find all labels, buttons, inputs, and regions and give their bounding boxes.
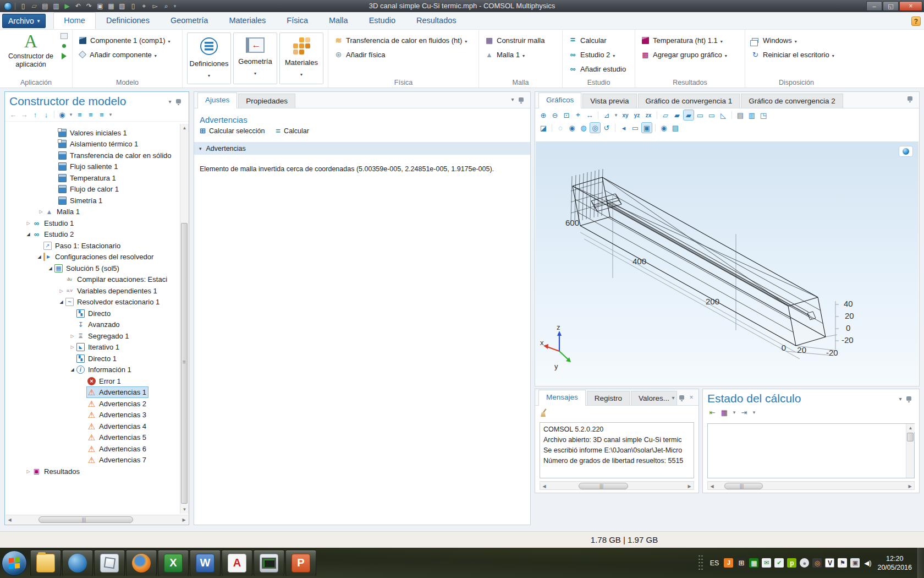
separator[interactable] bbox=[54, 111, 54, 118]
scrollbar-thumb[interactable] bbox=[724, 483, 763, 489]
update-solution-icon[interactable]: ⇤ bbox=[707, 407, 717, 417]
tree-item[interactable]: Configuraciones del resolvedor bbox=[6, 252, 179, 263]
thunderbird-icon[interactable] bbox=[62, 550, 93, 576]
anadir-estudio-button[interactable]: ∞ Añadir estudio bbox=[568, 62, 629, 76]
delete-icon[interactable]: ▯ bbox=[128, 1, 138, 11]
hide-objects-icon[interactable]: ◍ bbox=[579, 123, 588, 133]
save-icon[interactable]: ▤ bbox=[40, 1, 50, 11]
geometria-button[interactable]: Geometría bbox=[233, 32, 277, 84]
java-icon[interactable]: J bbox=[724, 558, 733, 568]
show-options-icon[interactable]: ◉ bbox=[57, 110, 67, 119]
construir-malla-button[interactable]: ▦ Construir malla bbox=[485, 33, 557, 47]
separator[interactable] bbox=[598, 111, 598, 119]
sound-icon[interactable]: ◂ bbox=[619, 123, 629, 133]
messages-tab[interactable]: Registro bbox=[587, 391, 630, 405]
scroll-left-icon[interactable]: ◀ bbox=[708, 482, 716, 490]
tree-item[interactable]: Variables dependientes 1 bbox=[6, 285, 179, 297]
zoom-box-icon[interactable]: ⊡ bbox=[562, 110, 571, 120]
messages-log[interactable]: COMSOL 5.2.0.220Archivo abierto: 3D cana… bbox=[540, 422, 694, 478]
perspective-off-icon[interactable]: ◺ bbox=[718, 110, 728, 120]
zoom-extents-icon[interactable]: ⌖ bbox=[573, 110, 583, 120]
p-app-icon[interactable]: p bbox=[787, 558, 796, 568]
tree-item[interactable]: Directo bbox=[6, 308, 179, 319]
reset-hiding-icon[interactable]: ↺ bbox=[602, 123, 612, 133]
tree-item[interactable]: Resultados bbox=[6, 466, 179, 477]
expand-arrow-icon[interactable] bbox=[58, 299, 65, 304]
clip-view-icon[interactable]: ◎ bbox=[590, 123, 600, 133]
windows-update-icon[interactable]: ⊞ bbox=[736, 558, 746, 568]
flag-problem-icon[interactable]: ⚑ bbox=[838, 558, 847, 568]
graphics-tab[interactable]: Vista previa bbox=[582, 94, 636, 108]
reiniciar-escritorio-button[interactable]: ↻ Reiniciar el escritorio bbox=[751, 47, 842, 62]
tree-vertical-scrollbar[interactable]: ▲ ▼ bbox=[180, 124, 188, 514]
view-wide-2-icon[interactable]: ▭ bbox=[707, 110, 717, 120]
windows-button[interactable]: Windows bbox=[751, 33, 842, 47]
ribbon-tab[interactable]: Malla bbox=[318, 12, 359, 29]
comsol-logo-button[interactable] bbox=[899, 146, 913, 157]
expand-arrow-icon[interactable] bbox=[69, 345, 76, 350]
copy-icon[interactable]: ▣ bbox=[95, 1, 105, 11]
duplicate-icon[interactable]: ▧ bbox=[117, 1, 127, 11]
powerpoint-icon[interactable]: P bbox=[285, 550, 316, 576]
forward-icon[interactable]: → bbox=[19, 110, 29, 119]
tree-item[interactable]: Flujo saliente 1 bbox=[6, 161, 179, 173]
tree-item[interactable]: Información 1 bbox=[6, 364, 179, 376]
materiales-button[interactable]: Materiales bbox=[279, 32, 323, 84]
selection-brush-icon[interactable]: ◪ bbox=[538, 123, 548, 133]
redo-icon[interactable]: ↷ bbox=[84, 1, 94, 11]
advertencias-section-header[interactable]: Advertencias bbox=[194, 142, 530, 155]
new-file-icon[interactable]: ▯ bbox=[18, 1, 28, 11]
scrollbar-thumb[interactable] bbox=[579, 483, 628, 489]
probe-icon[interactable]: ⇥ bbox=[739, 407, 749, 417]
tree-item[interactable]: Compilar ecuaciones: Estaci bbox=[6, 274, 179, 286]
tree-horizontal-scrollbar[interactable]: ◀ ▶ bbox=[6, 515, 188, 524]
panel-menu-icon[interactable] bbox=[897, 396, 904, 402]
tree-item[interactable]: Solución 5 (sol5) bbox=[6, 263, 179, 274]
record-icon[interactable] bbox=[62, 44, 66, 48]
device-icon[interactable]: ● bbox=[800, 558, 809, 568]
separator[interactable] bbox=[615, 124, 615, 132]
scroll-right-icon[interactable]: ▶ bbox=[906, 482, 914, 490]
ribbon-tab[interactable]: Materiales bbox=[218, 12, 276, 29]
pin-icon[interactable] bbox=[176, 99, 181, 103]
hide-selected-icon[interactable]: ◌ bbox=[556, 123, 565, 133]
show-dropdown-icon[interactable]: ▾ bbox=[68, 110, 74, 119]
scene-copy-icon[interactable]: ▱ bbox=[661, 110, 670, 120]
separator[interactable] bbox=[657, 111, 657, 119]
ribbon-tab[interactable]: Definiciones bbox=[96, 12, 160, 29]
expand-arrow-icon[interactable] bbox=[69, 334, 76, 339]
expand-arrow-icon[interactable] bbox=[47, 266, 54, 271]
messages-horizontal-scrollbar[interactable]: ◀ ▶ bbox=[540, 481, 694, 490]
graphics-tab[interactable]: Gráfico de convergencia 1 bbox=[638, 94, 740, 108]
excel-icon[interactable]: X bbox=[158, 550, 189, 576]
expand-arrow-icon[interactable] bbox=[25, 469, 32, 474]
word-icon[interactable]: W bbox=[190, 550, 221, 576]
help-button[interactable]: ? bbox=[911, 17, 921, 26]
pan-icon[interactable]: ↔ bbox=[585, 110, 595, 120]
transparency-icon[interactable]: ▭ bbox=[630, 123, 640, 133]
status-vertical-scrollbar[interactable]: ▲ bbox=[906, 424, 914, 478]
tree-item[interactable]: Error 1 bbox=[6, 375, 179, 387]
sync-ok-icon[interactable]: ✔ bbox=[774, 558, 784, 568]
close-button[interactable]: × bbox=[899, 1, 922, 11]
tree-item[interactable]: Segregado 1 bbox=[6, 330, 179, 342]
expand-arrow-icon[interactable] bbox=[58, 288, 65, 293]
tree-item[interactable]: Simetría 1 bbox=[6, 195, 179, 206]
taskbar-clock[interactable]: 12:20 20/05/2016 bbox=[877, 554, 912, 572]
tree-item[interactable]: Transferencia de calor en sólido bbox=[6, 150, 179, 161]
view-front-icon[interactable]: ▰ bbox=[672, 110, 682, 120]
agregar-grupo-grafico-button[interactable]: ▩ Agregar grupo gráfico bbox=[641, 47, 739, 62]
view-dropdown-icon[interactable]: ▾ bbox=[613, 110, 619, 120]
tree-item[interactable]: Directo 1 bbox=[6, 353, 179, 364]
zoom-out-icon[interactable]: ⊖ bbox=[550, 110, 560, 120]
grid-app-icon[interactable]: ▦ bbox=[749, 558, 758, 568]
test-application-icon[interactable] bbox=[61, 33, 68, 39]
status-content[interactable]: ▲ bbox=[707, 423, 915, 478]
ribbon-tab[interactable]: Resultados bbox=[406, 12, 467, 29]
scroll-left-icon[interactable]: ◀ bbox=[6, 516, 14, 524]
anadir-componente-button[interactable]: Añadir componente bbox=[78, 47, 177, 62]
archivo-menu-button[interactable]: Archivo bbox=[2, 14, 46, 28]
run-icon[interactable]: ▶ bbox=[62, 1, 72, 11]
pin-icon[interactable] bbox=[908, 96, 912, 101]
tree-item[interactable]: Resolvedor estacionario 1 bbox=[6, 297, 179, 308]
